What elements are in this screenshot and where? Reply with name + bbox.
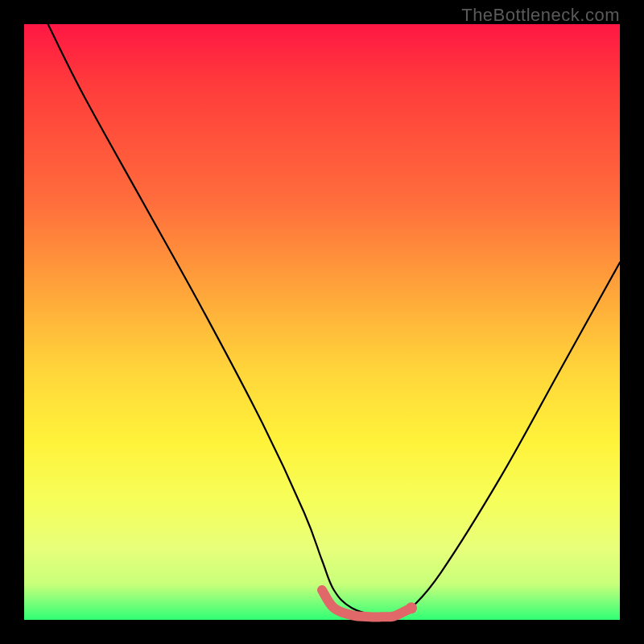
valley-highlight [322,590,411,617]
chart-frame: TheBottleneck.com [0,0,644,644]
gradient-plot-area [24,24,620,620]
bottleneck-curve [48,24,620,618]
curve-svg [24,24,620,620]
watermark-label: TheBottleneck.com [461,5,620,26]
valley-end-dot [406,602,417,613]
